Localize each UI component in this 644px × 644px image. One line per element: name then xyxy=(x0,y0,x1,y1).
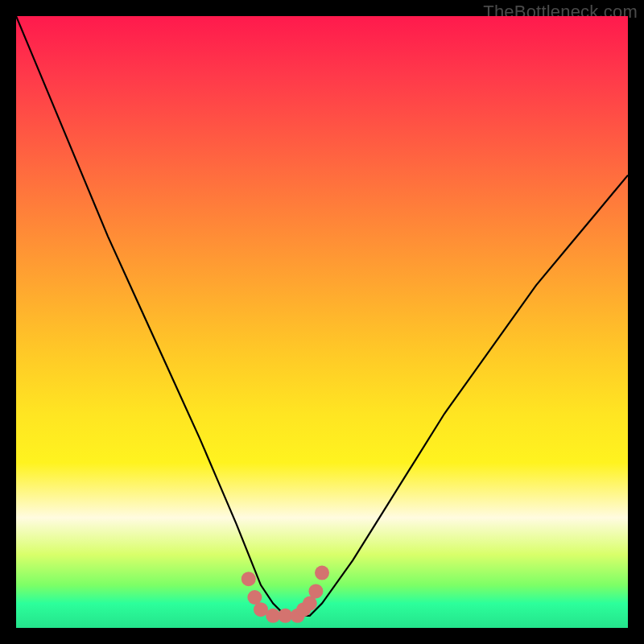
bottom-dot xyxy=(315,566,329,580)
plot-area xyxy=(16,16,628,628)
bottleneck-curve xyxy=(16,16,628,616)
plot-svg xyxy=(16,16,628,628)
bottom-dot xyxy=(308,584,323,598)
bottom-dots-group xyxy=(242,566,329,623)
chart-stage: TheBottleneck.com xyxy=(0,0,644,644)
bottom-dot xyxy=(242,572,256,586)
